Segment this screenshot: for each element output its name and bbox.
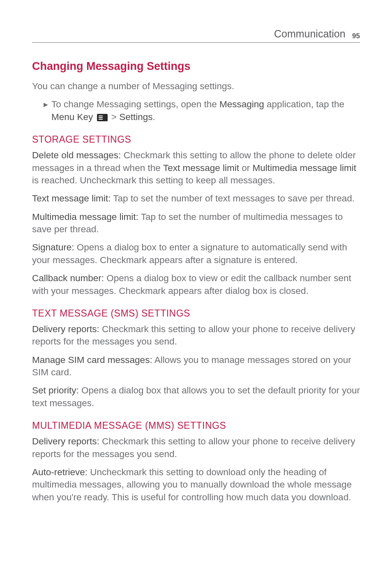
- bold-text-message-limit: Text message limit: [163, 163, 239, 173]
- intro-text: You can change a number of Messaging set…: [32, 80, 360, 92]
- menu-key-icon: [97, 114, 108, 121]
- bold-settings: Settings: [119, 112, 152, 122]
- setting-label: Delivery reports:: [32, 436, 99, 446]
- setting-manage-sim-card: Manage SIM card messages: Allows you to …: [32, 354, 360, 379]
- bold-messaging: Messaging: [219, 99, 264, 109]
- setting-multimedia-message-limit: Multimedia message limit: Tap to set the…: [32, 211, 360, 236]
- bold-multimedia-message-limit: Multimedia message limit: [253, 163, 357, 173]
- text-fragment: .: [153, 112, 155, 122]
- setting-label: Manage SIM card messages:: [32, 355, 152, 365]
- page-header: Communication 95: [32, 28, 360, 43]
- text-fragment: or: [239, 163, 253, 173]
- setting-text-message-limit: Text message limit: Tap to set the numbe…: [32, 192, 360, 205]
- text-fragment: application, tap the: [264, 99, 344, 109]
- heading-sms-settings: TEXT MESSAGE (SMS) SETTINGS: [32, 308, 360, 319]
- heading-mms-settings: MULTIMEDIA MESSAGE (MMS) SETTINGS: [32, 420, 360, 431]
- setting-set-priority: Set priority: Opens a dialog box that al…: [32, 384, 360, 409]
- setting-label: Delete old messages:: [32, 150, 121, 160]
- page-number: 95: [352, 32, 360, 40]
- setting-signature: Signature: Opens a dialog box to enter a…: [32, 241, 360, 266]
- triangle-bullet-icon: ▶: [44, 101, 48, 108]
- text-fragment: >: [109, 112, 120, 122]
- setting-sms-delivery-reports: Delivery reports: Checkmark this setting…: [32, 323, 360, 348]
- setting-label: Delivery reports:: [32, 324, 99, 334]
- text-fragment: To change Messaging settings, open the: [51, 99, 219, 109]
- bullet-text: To change Messaging settings, open the M…: [51, 98, 360, 123]
- text-fragment: Opens a dialog box that allows you to se…: [32, 385, 360, 408]
- setting-label: Signature:: [32, 242, 74, 252]
- setting-callback-number: Callback number: Opens a dialog box to v…: [32, 272, 360, 297]
- setting-label: Text message limit:: [32, 193, 111, 203]
- header-section-title: Communication: [274, 28, 346, 39]
- text-fragment: Opens a dialog box to enter a signature …: [32, 242, 347, 265]
- setting-delete-old-messages: Delete old messages: Checkmark this sett…: [32, 149, 360, 187]
- text-fragment: is reached. Uncheckmark this setting to …: [32, 175, 275, 185]
- bullet-item: ▶ To change Messaging settings, open the…: [44, 98, 360, 123]
- setting-mms-delivery-reports: Delivery reports: Checkmark this setting…: [32, 435, 360, 460]
- heading-storage-settings: STORAGE SETTINGS: [32, 134, 360, 145]
- setting-label: Auto-retrieve:: [32, 467, 88, 477]
- setting-label: Callback number:: [32, 273, 104, 283]
- heading-changing-messaging-settings: Changing Messaging Settings: [32, 60, 360, 73]
- setting-label: Set priority:: [32, 385, 79, 395]
- text-fragment: Tap to set the number of text messages t…: [111, 193, 355, 203]
- setting-label: Multimedia message limit:: [32, 212, 138, 222]
- setting-auto-retrieve: Auto-retrieve: Uncheckmark this setting …: [32, 466, 360, 504]
- bold-menu-key: Menu Key: [51, 112, 93, 122]
